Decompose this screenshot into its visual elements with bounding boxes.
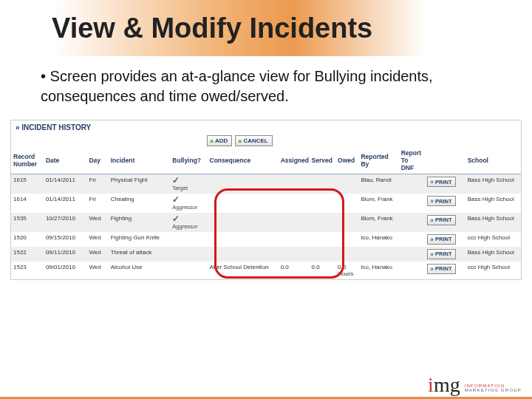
chevron-right-icon: » — [430, 178, 434, 185]
cell-print: »PRINT — [425, 232, 465, 247]
cell-date: 10/27/2010 — [44, 213, 87, 232]
cell-incident: Physical Fight — [109, 174, 171, 194]
col-day[interactable]: Day — [86, 148, 108, 174]
cell-day: Fri — [86, 194, 108, 213]
cell-bullying: ✓Aggressor — [170, 213, 207, 232]
checkmark-icon: ✓ — [172, 196, 205, 204]
cell-print: »PRINT — [425, 247, 465, 262]
cell-bullying — [170, 232, 207, 247]
table-row[interactable]: 161501/14/2011FriPhysical Fight✓TargetBl… — [11, 174, 521, 194]
chevron-right-icon: » — [430, 250, 434, 258]
cell-owed — [335, 194, 358, 213]
add-label: ADD — [215, 137, 228, 144]
cancel-button[interactable]: » CANCEL — [235, 135, 272, 146]
cell-report-to-dnf — [399, 232, 426, 247]
cell-print: »PRINT — [425, 262, 465, 279]
cell-bullying: ✓Aggressor — [170, 194, 207, 213]
cell-print: »PRINT — [425, 194, 465, 213]
cell-incident: Fighting Gun Knife — [109, 232, 171, 247]
cell-date: 09/11/2010 — [44, 247, 87, 262]
chevron-right-icon: » — [210, 137, 214, 145]
cell-consequence — [208, 247, 279, 262]
cell-consequence — [208, 174, 279, 194]
bullying-role: Target — [172, 185, 205, 191]
cell-school: Bass High School — [466, 174, 521, 194]
cell-record-number: 1615 — [11, 174, 44, 194]
cell-assigned — [279, 247, 310, 262]
cancel-label: CANCEL — [243, 137, 267, 144]
subtitle-text: • Screen provides an at-a-glance view fo… — [41, 66, 495, 106]
cell-incident: Cheating — [109, 194, 171, 213]
cell-assigned — [279, 232, 310, 247]
cell-day: Fri — [86, 174, 108, 194]
cell-incident: Alcohol Use — [109, 262, 171, 279]
cell-served: 0.0 — [309, 262, 335, 279]
cell-report-to-dnf — [399, 247, 426, 262]
table-row[interactable]: 152009/15/2010WedFighting Gun KnifeIco, … — [11, 232, 521, 247]
print-button[interactable]: »PRINT — [427, 196, 455, 206]
page-title: View & Modify Incidents — [52, 13, 372, 44]
col-school[interactable]: School — [466, 148, 521, 174]
cell-report-to-dnf — [399, 174, 426, 194]
cell-bullying — [170, 247, 207, 262]
bullying-role: Aggressor — [172, 223, 205, 230]
col-reported-by[interactable]: Reported By — [358, 148, 398, 174]
table-row[interactable]: 152209/11/2010WedThreat of attack»PRINTB… — [11, 247, 521, 262]
cell-school: Bass High School — [466, 194, 521, 213]
cell-consequence: After School Detention — [208, 262, 279, 279]
chevron-right-icon: » — [430, 265, 434, 273]
col-consequence[interactable]: Consequence — [208, 148, 279, 174]
add-button[interactable]: » ADD — [207, 135, 232, 146]
cell-bullying: ✓Target — [170, 174, 207, 194]
cell-served — [309, 194, 335, 213]
logo-text-part: mg — [434, 373, 460, 396]
cell-owed — [335, 213, 358, 232]
print-label: PRINT — [435, 216, 452, 223]
cell-consequence — [208, 232, 279, 247]
cell-assigned — [279, 174, 310, 194]
cell-reported-by: Blom, Frank — [358, 194, 398, 213]
col-served[interactable]: Served — [309, 148, 335, 174]
cell-school: Bass High School — [466, 213, 521, 232]
cell-record-number: 1535 — [11, 213, 44, 232]
subtitle-container: • Screen provides an at-a-glance view fo… — [0, 56, 532, 120]
table-row[interactable]: 161401/14/2011FriCheating✓AggressorBlom,… — [11, 194, 521, 213]
col-date[interactable]: Date — [44, 148, 87, 174]
footer-logo: img INFORMATION MARKETING GROUP — [428, 377, 522, 393]
cell-assigned — [279, 213, 310, 232]
cell-record-number: 1523 — [11, 262, 44, 279]
cell-incident: Threat of attack — [109, 247, 171, 262]
print-button[interactable]: »PRINT — [427, 215, 455, 225]
cell-print: »PRINT — [425, 174, 465, 194]
print-label: PRINT — [435, 179, 452, 185]
print-label: PRINT — [435, 198, 452, 205]
print-button[interactable]: »PRINT — [427, 264, 455, 274]
col-assigned[interactable]: Assigned — [279, 148, 310, 174]
cell-consequence — [208, 194, 279, 213]
logo-icon: img — [428, 377, 460, 393]
print-label: PRINT — [435, 250, 452, 257]
print-button[interactable]: »PRINT — [427, 234, 455, 245]
col-owed[interactable]: Owed — [335, 148, 358, 174]
cell-reported-by: Blom, Frank — [358, 213, 398, 232]
table-row[interactable]: 153510/27/2010WedFighting✓AggressorBlom,… — [11, 213, 521, 232]
header-band: View & Modify Incidents — [0, 0, 532, 56]
cell-date: 09/01/2010 — [44, 262, 87, 279]
col-record-number[interactable]: Record Number — [11, 148, 44, 174]
print-button[interactable]: »PRINT — [427, 249, 455, 259]
col-bullying[interactable]: Bullying? — [170, 148, 207, 174]
cell-assigned: 0.0 — [279, 262, 310, 279]
incident-history-panel: » INCIDENT HISTORY » ADD » CANCEL Record… — [10, 120, 522, 280]
cell-record-number: 1520 — [11, 232, 44, 247]
cell-day: Wed — [86, 232, 108, 247]
cell-owed — [335, 247, 358, 262]
toolbar: » ADD » CANCEL — [11, 134, 521, 148]
print-button[interactable]: »PRINT — [427, 177, 455, 187]
cell-day: Wed — [86, 213, 108, 232]
col-incident[interactable]: Incident — [109, 148, 171, 174]
checkmark-icon: ✓ — [172, 177, 205, 185]
table-row[interactable]: 152309/01/2010WedAlcohol UseAfter School… — [11, 262, 521, 279]
cell-school: ccc High School — [466, 262, 521, 279]
col-report-to-dnf[interactable]: Report To DNF — [399, 148, 426, 174]
cell-reported-by: Ico, Hanako — [358, 262, 398, 279]
